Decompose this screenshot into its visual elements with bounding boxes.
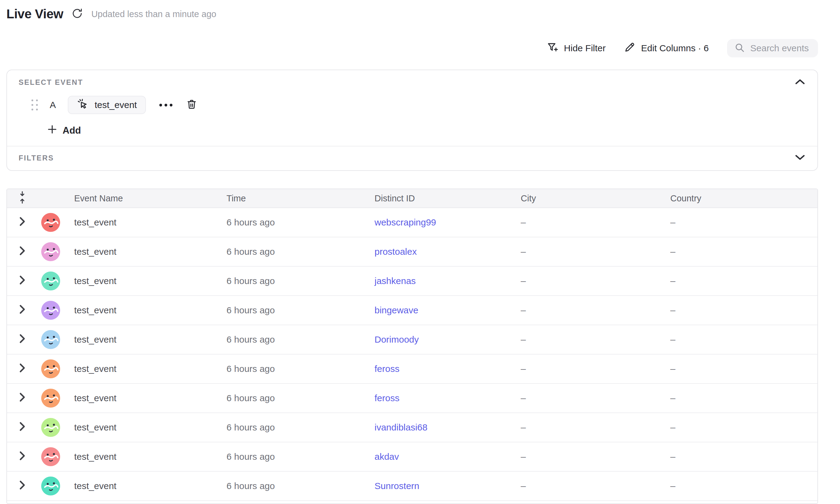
column-header-time[interactable]: Time xyxy=(216,194,364,203)
refresh-button[interactable] xyxy=(72,8,83,20)
chevron-right-icon xyxy=(19,217,25,229)
chevron-right-icon xyxy=(19,305,25,317)
distinct-id-link[interactable]: prostoalex xyxy=(364,247,510,257)
add-button-label: Add xyxy=(63,125,81,136)
table-row: test_event 6 hours ago bingewave – – xyxy=(7,296,818,325)
chevron-right-icon xyxy=(19,451,25,463)
select-event-section-header: SELECT EVENT xyxy=(7,70,818,87)
country-cell: – xyxy=(660,422,818,433)
refresh-icon xyxy=(72,8,83,20)
user-avatar xyxy=(41,330,60,349)
table-row: test_event 6 hours ago jashkenas – – xyxy=(7,267,818,296)
table-header-row: Event Name Time Distinct ID City Country xyxy=(7,189,818,208)
table-body: test_event 6 hours ago webscraping99 – – xyxy=(7,208,818,501)
user-avatar xyxy=(41,389,60,408)
expand-filters-button[interactable] xyxy=(795,154,805,162)
city-cell: – xyxy=(510,305,660,316)
expand-row-button[interactable] xyxy=(7,275,37,287)
distinct-id-link[interactable]: Sunrostern xyxy=(364,481,510,491)
expand-row-button[interactable] xyxy=(7,392,37,404)
table-row: test_event 6 hours ago feross – – xyxy=(7,355,818,384)
expand-row-button[interactable] xyxy=(7,246,37,258)
chevron-right-icon xyxy=(19,246,25,258)
plus-icon xyxy=(47,125,57,137)
collapse-select-event-button[interactable] xyxy=(795,78,805,86)
distinct-id-link[interactable]: jashkenas xyxy=(364,276,510,286)
collapse-rows-icon xyxy=(18,191,26,206)
country-cell: – xyxy=(660,364,818,374)
chevron-right-icon xyxy=(19,334,25,346)
country-cell: – xyxy=(660,305,818,316)
event-name-cell: test_event xyxy=(64,217,216,228)
event-name-cell: test_event xyxy=(64,276,216,286)
user-avatar xyxy=(41,359,60,378)
events-table: Event Name Time Distinct ID City Country xyxy=(6,188,818,504)
search-events-input[interactable] xyxy=(750,43,811,53)
user-avatar xyxy=(41,213,60,232)
country-cell: – xyxy=(660,276,818,286)
distinct-id-link[interactable]: feross xyxy=(364,393,510,403)
delete-event-button[interactable] xyxy=(186,98,197,111)
user-avatar xyxy=(41,271,60,290)
distinct-id-link[interactable]: feross xyxy=(364,364,510,374)
expand-row-button[interactable] xyxy=(7,334,37,346)
country-cell: – xyxy=(660,393,818,403)
edit-columns-label: Edit Columns · 6 xyxy=(641,43,709,53)
query-builder-card: SELECT EVENT A test_event xyxy=(6,70,818,171)
column-header-country[interactable]: Country xyxy=(660,194,818,203)
time-cell: 6 hours ago xyxy=(216,217,364,228)
table-row: test_event 6 hours ago ivandiblasi68 – – xyxy=(7,413,818,443)
filters-section-header[interactable]: FILTERS xyxy=(7,146,818,170)
edit-columns-pencil-icon xyxy=(624,41,635,55)
expand-row-button[interactable] xyxy=(7,217,37,229)
user-avatar xyxy=(41,301,60,320)
expand-row-button[interactable] xyxy=(7,480,37,492)
event-clause-letter: A xyxy=(49,100,57,110)
event-name-cell: test_event xyxy=(64,451,216,462)
city-cell: – xyxy=(510,276,660,286)
event-name-cell: test_event xyxy=(64,335,216,345)
collapse-all-rows-button[interactable] xyxy=(7,191,37,206)
chevron-right-icon xyxy=(19,421,25,433)
table-row: test_event 6 hours ago prostoalex – – xyxy=(7,237,818,267)
hide-filter-button[interactable]: Hide Filter xyxy=(547,41,606,55)
search-icon xyxy=(734,42,745,54)
country-cell: – xyxy=(660,217,818,228)
city-cell: – xyxy=(510,364,660,374)
hide-filter-funnel-icon xyxy=(547,41,559,55)
event-name-cell: test_event xyxy=(64,393,216,403)
expand-row-button[interactable] xyxy=(7,451,37,463)
city-cell: – xyxy=(510,393,660,403)
user-avatar xyxy=(41,242,60,261)
page-header: Live View Updated less than a minute ago xyxy=(6,7,216,21)
expand-row-button[interactable] xyxy=(7,363,37,375)
updated-status-text: Updated less than a minute ago xyxy=(91,9,216,19)
select-event-label: SELECT EVENT xyxy=(19,78,83,87)
column-header-event-name[interactable]: Event Name xyxy=(64,194,216,203)
expand-row-button[interactable] xyxy=(7,421,37,433)
column-header-distinct-id[interactable]: Distinct ID xyxy=(364,194,510,203)
chevron-right-icon xyxy=(19,275,25,287)
distinct-id-link[interactable]: webscraping99 xyxy=(364,217,510,228)
distinct-id-link[interactable]: ivandiblasi68 xyxy=(364,422,510,433)
distinct-id-link[interactable]: akdav xyxy=(364,451,510,462)
filters-label: FILTERS xyxy=(19,154,54,162)
user-avatar xyxy=(41,476,60,496)
more-options-ellipsis-icon[interactable] xyxy=(157,101,175,109)
time-cell: 6 hours ago xyxy=(216,422,364,433)
expand-row-button[interactable] xyxy=(7,305,37,317)
distinct-id-link[interactable]: Dorimoody xyxy=(364,335,510,345)
search-events-box[interactable] xyxy=(727,39,818,57)
chevron-right-icon xyxy=(19,363,25,375)
trash-icon xyxy=(186,98,197,111)
drag-handle-icon[interactable] xyxy=(32,100,38,110)
user-avatar xyxy=(41,418,60,437)
distinct-id-link[interactable]: bingewave xyxy=(364,305,510,316)
time-cell: 6 hours ago xyxy=(216,451,364,462)
column-header-city[interactable]: City xyxy=(510,194,660,203)
city-cell: – xyxy=(510,481,660,491)
event-selector-button[interactable]: test_event xyxy=(68,96,146,114)
edit-columns-button[interactable]: Edit Columns · 6 xyxy=(624,41,709,55)
table-row: test_event 6 hours ago feross – – xyxy=(7,384,818,413)
add-event-button[interactable]: Add xyxy=(47,125,81,137)
